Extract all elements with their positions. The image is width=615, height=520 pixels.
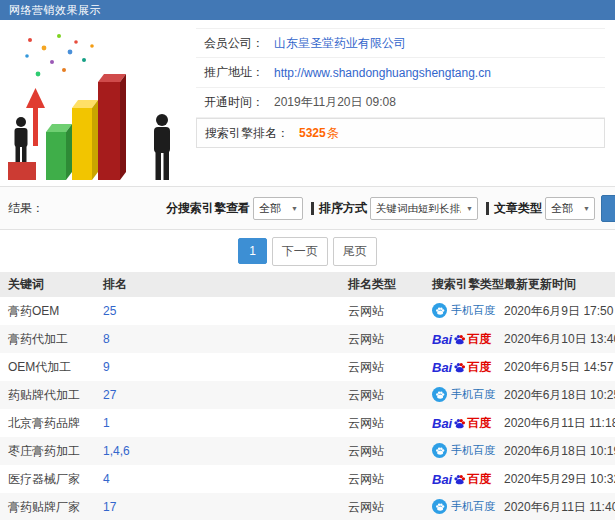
page-button-last[interactable]: 尾页: [333, 237, 377, 266]
table-row: 膏药贴牌厂家17云网站手机百度2020年6月11日 11:40: [0, 493, 615, 520]
baidu-logo: Bai百度: [432, 359, 491, 376]
table-row: 北京膏药品牌1云网站Bai百度2020年6月11日 11:18: [0, 409, 615, 437]
engine-cell: Bai百度: [424, 465, 496, 493]
keyword-cell: 枣庄膏药加工: [0, 437, 95, 465]
column-header-updated: 最新更新时间: [496, 272, 615, 297]
info-row-open-time: 开通时间： 2019年11月20日 09:08: [196, 88, 605, 118]
info-row-promo-url: 推广地址： http://www.shandonghuangshengtang.…: [196, 58, 605, 88]
page-button-next[interactable]: 下一页: [272, 237, 328, 266]
baidu-logo-label: 百度: [467, 471, 491, 488]
baidu-paw-icon: [453, 417, 466, 430]
baidu-logo: Bai百度: [432, 415, 491, 432]
info-row-company: 会员公司： 山东皇圣堂药业有限公司: [196, 28, 605, 58]
baidu-logo: Bai百度: [432, 331, 491, 348]
engine-cell: Bai百度: [424, 325, 496, 353]
updated-cell: 2020年5月29日 10:32: [496, 465, 615, 493]
rank-count-value: 5325条: [299, 125, 339, 142]
marketing-graphic: [0, 20, 196, 182]
rank-link[interactable]: 1,4,6: [103, 444, 130, 458]
rank-cell: 25: [95, 297, 340, 325]
baidu-paw-icon: [453, 333, 466, 346]
baidu-paw-icon: [453, 473, 466, 486]
sort-filter-select-wrap: 关键词由短到长排序: [370, 197, 478, 220]
rank-cell: 9: [95, 353, 340, 381]
sort-filter-label: 排序方式: [319, 200, 367, 217]
rank-type-cell: 云网站: [340, 409, 424, 437]
engine-label: 手机百度: [451, 387, 495, 402]
promo-url-label: 推广地址：: [204, 64, 264, 81]
table-row: 枣庄膏药加工1,4,6云网站手机百度2020年6月18日 10:19: [0, 437, 615, 465]
article-type-select-wrap: 全部: [545, 197, 595, 220]
engine-cell: 手机百度: [424, 493, 496, 520]
company-label: 会员公司：: [204, 35, 264, 52]
engine-cell: 手机百度: [424, 381, 496, 409]
info-section: 会员公司： 山东皇圣堂药业有限公司 推广地址： http://www.shand…: [0, 20, 615, 186]
rank-link[interactable]: 1: [103, 416, 110, 430]
mobile-baidu-paw-icon: [432, 387, 447, 402]
engine-cell: Bai百度: [424, 409, 496, 437]
mobile-baidu-paw-icon: [432, 499, 447, 514]
engine-label: 手机百度: [451, 499, 495, 514]
table-row: 膏药OEM25云网站手机百度2020年6月9日 17:50: [0, 297, 615, 325]
engine-cell: 手机百度: [424, 437, 496, 465]
engine-label: 手机百度: [451, 303, 495, 318]
baidu-logo-prefix: Bai: [432, 416, 452, 431]
rank-cell: 4: [95, 465, 340, 493]
rank-type-cell: 云网站: [340, 325, 424, 353]
filter-separator: [486, 202, 489, 215]
page-button-current[interactable]: 1: [238, 238, 267, 264]
baidu-logo-label: 百度: [467, 331, 491, 348]
keyword-cell: 膏药OEM: [0, 297, 95, 325]
engine-filter-select[interactable]: 全部: [253, 197, 303, 220]
page-title: 网络营销效果展示: [9, 4, 101, 16]
rank-link[interactable]: 8: [103, 332, 110, 346]
column-header-engine-type: 搜索引擎类型: [424, 272, 496, 297]
keyword-cell: 膏药代加工: [0, 325, 95, 353]
rank-link[interactable]: 27: [103, 388, 116, 402]
updated-cell: 2020年6月18日 10:25: [496, 381, 615, 409]
baidu-logo-label: 百度: [467, 359, 491, 376]
updated-cell: 2020年6月10日 13:40: [496, 325, 615, 353]
member-info-panel: 会员公司： 山东皇圣堂药业有限公司 推广地址： http://www.shand…: [196, 20, 615, 186]
sort-filter-select[interactable]: 关键词由短到长排序: [370, 197, 478, 220]
rank-cell: 17: [95, 493, 340, 520]
rank-type-cell: 云网站: [340, 465, 424, 493]
filter-bar: 结果： 分搜索引擎查看 全部 排序方式 关键词由短到长排序 文章类型 全部 提交: [0, 186, 615, 230]
article-type-select[interactable]: 全部: [545, 197, 595, 220]
baidu-logo-prefix: Bai: [432, 332, 452, 347]
rank-type-cell: 云网站: [340, 381, 424, 409]
rank-cell: 1,4,6: [95, 437, 340, 465]
baidu-logo-prefix: Bai: [432, 360, 452, 375]
info-row-rank-count: 搜索引擎排名： 5325条: [196, 118, 605, 148]
keyword-cell: 膏药贴牌厂家: [0, 493, 95, 520]
engine-filter-select-wrap: 全部: [253, 197, 303, 220]
updated-cell: 2020年6月18日 10:19: [496, 437, 615, 465]
engine-cell: Bai百度: [424, 353, 496, 381]
column-header-rank: 排名: [95, 272, 340, 297]
article-type-filter-label: 文章类型: [494, 200, 542, 217]
rank-link[interactable]: 17: [103, 500, 116, 514]
keyword-cell: 北京膏药品牌: [0, 409, 95, 437]
rank-link[interactable]: 9: [103, 360, 110, 374]
bar-chart-illustration: [2, 24, 196, 182]
baidu-logo-prefix: Bai: [432, 472, 452, 487]
submit-button[interactable]: 提交: [601, 195, 615, 222]
company-link[interactable]: 山东皇圣堂药业有限公司: [274, 35, 406, 52]
table-row: 药贴牌代加工27云网站手机百度2020年6月18日 10:25: [0, 381, 615, 409]
open-time-label: 开通时间：: [204, 94, 264, 111]
rank-type-cell: 云网站: [340, 353, 424, 381]
baidu-logo-label: 百度: [467, 415, 491, 432]
table-row: 医疗器械厂家4云网站Bai百度2020年5月29日 10:32: [0, 465, 615, 493]
rank-type-cell: 云网站: [340, 297, 424, 325]
column-header-rank-type: 排名类型: [340, 272, 424, 297]
table-row: OEM代加工9云网站Bai百度2020年6月5日 14:57: [0, 353, 615, 381]
rank-link[interactable]: 4: [103, 472, 110, 486]
rank-link[interactable]: 25: [103, 304, 116, 318]
mobile-baidu-badge: 手机百度: [432, 387, 495, 402]
rank-count-number: 5325: [299, 126, 326, 140]
rank-cell: 27: [95, 381, 340, 409]
keyword-cell: 医疗器械厂家: [0, 465, 95, 493]
filter-separator: [311, 202, 314, 215]
rank-count-label: 搜索引擎排名：: [205, 125, 289, 142]
promo-url-link[interactable]: http://www.shandonghuangshengtang.cn: [274, 66, 491, 80]
